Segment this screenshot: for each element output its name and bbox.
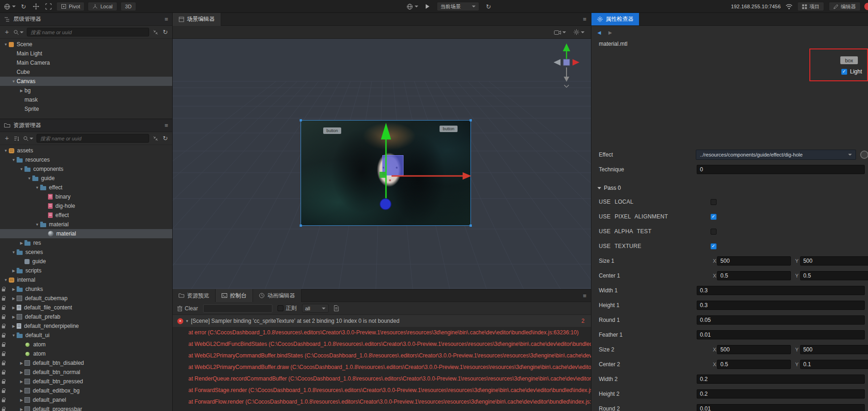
scene-settings-button[interactable] <box>573 28 585 37</box>
property-checkbox[interactable] <box>711 229 717 235</box>
view-mode-button[interactable] <box>554 28 566 37</box>
collapse-arrow-icon[interactable]: ▶ <box>18 389 24 393</box>
light-toggle[interactable]: Light <box>841 68 862 75</box>
expand-arrow-icon[interactable]: ▼ <box>11 158 17 162</box>
expand-arrow-icon[interactable]: ▼ <box>3 42 9 47</box>
expand-arrow-icon[interactable]: ▼ <box>34 223 40 227</box>
collapse-arrow-icon[interactable]: ▶ <box>18 89 24 93</box>
hierarchy-search-input[interactable] <box>27 28 149 36</box>
collapse-arrow-icon[interactable]: ▶ <box>18 380 24 384</box>
property-checkbox[interactable] <box>711 214 717 220</box>
property-checkbox[interactable] <box>711 243 717 249</box>
expand-arrow-icon[interactable]: ▼ <box>3 149 9 153</box>
property-checkbox[interactable] <box>711 199 717 205</box>
tab-asset-preview[interactable]: 资源预览 <box>173 289 216 302</box>
tree-item-main-camera[interactable]: Main Camera <box>0 58 172 67</box>
value-input[interactable] <box>697 404 865 411</box>
box-button[interactable]: box <box>840 56 858 64</box>
tree-item-guide[interactable]: guide <box>0 257 172 266</box>
tree-item-assets[interactable]: ▼assets <box>0 146 172 155</box>
tree-item-sprite[interactable]: Sprite <box>0 104 172 114</box>
transform-gizmo[interactable] <box>173 39 591 289</box>
value-input[interactable] <box>697 389 865 399</box>
tree-item-default-renderpipeline[interactable]: ▶default_renderpipeline <box>0 321 172 331</box>
history-back-button[interactable]: ◀ <box>597 30 601 35</box>
regex-checkbox[interactable] <box>277 305 283 311</box>
collapse-arrow-icon[interactable]: ▶ <box>18 407 24 411</box>
tree-item-default-prefab[interactable]: ▶default_prefab <box>0 312 172 321</box>
console-stack-line[interactable]: at WebGL2CmdFuncBindStates (C:\CocosDash… <box>173 338 591 350</box>
technique-input[interactable] <box>697 165 865 174</box>
tab-console[interactable]: 控制台 <box>216 289 253 302</box>
search-filter-button[interactable] <box>23 136 33 141</box>
tree-item-default-editbox-bg[interactable]: ▶default_editbox_bg <box>0 386 172 395</box>
collapse-all-button[interactable] <box>152 30 159 35</box>
notification-dot[interactable] <box>864 3 868 10</box>
clear-console-button[interactable]: Clear <box>177 305 198 312</box>
tree-item-canvas[interactable]: ▼Canvas <box>0 77 172 86</box>
collapse-arrow-icon[interactable]: ▶ <box>11 296 17 301</box>
refresh-scene-button[interactable]: ↻ <box>484 2 493 11</box>
tab-animation-editor[interactable]: 动画编辑器 <box>253 289 301 302</box>
tree-item-cube[interactable]: Cube <box>0 67 172 77</box>
y-value-input[interactable] <box>800 256 868 266</box>
expand-arrow-icon[interactable]: ▼ <box>11 79 17 84</box>
y-value-input[interactable] <box>800 271 868 280</box>
tree-item-dig-hole[interactable]: dig-hole <box>0 201 172 211</box>
editor-button[interactable]: 编辑器 <box>829 2 861 11</box>
tree-item-bg[interactable]: ▶bg <box>0 86 172 95</box>
collapse-arrow-icon[interactable]: ▶ <box>18 370 24 375</box>
scene-viewport[interactable]: button button <box>173 39 591 289</box>
tree-item-res[interactable]: ▶res <box>0 238 172 248</box>
expand-arrow-icon[interactable]: ▼ <box>18 167 24 171</box>
tree-item-binary[interactable]: binary <box>0 192 172 201</box>
expand-arrow-icon[interactable]: ▼ <box>3 278 9 282</box>
play-button[interactable] <box>423 2 432 11</box>
light-checkbox[interactable] <box>841 69 847 75</box>
console-stack-line[interactable]: at ForwardFlow.render (C:\CocosDashboard… <box>173 396 591 408</box>
x-value-input[interactable] <box>717 256 791 266</box>
create-asset-button[interactable]: + <box>4 134 10 141</box>
pass-section-header[interactable]: Pass 0 <box>597 185 621 191</box>
value-input[interactable] <box>697 301 865 310</box>
collapse-all-button[interactable] <box>152 136 159 141</box>
mode-3d-button[interactable]: 3D <box>121 2 136 11</box>
expand-arrow-icon[interactable]: ▼ <box>11 250 17 254</box>
tree-item-default-progressbar[interactable]: ▶default_progressbar <box>0 405 172 411</box>
tree-item-main-light[interactable]: Main Light <box>0 49 172 58</box>
refresh-assets-button[interactable]: ↻ <box>162 135 169 141</box>
project-button[interactable]: 项目 <box>797 2 824 11</box>
tree-item-scripts[interactable]: ▶scripts <box>0 266 172 275</box>
collapse-arrow-icon[interactable]: ▶ <box>18 241 24 245</box>
tree-item-default-btn-pressed[interactable]: ▶default_btn_pressed <box>0 377 172 386</box>
tree-item-chunks[interactable]: ▶chunks <box>0 284 172 294</box>
tree-item-atom[interactable]: atom <box>0 349 172 358</box>
expand-arrow-icon[interactable]: ▼ <box>26 176 32 181</box>
collapse-arrow-icon[interactable]: ▶ <box>18 398 24 402</box>
tree-item-default-btn-disabled[interactable]: ▶default_btn_disabled <box>0 358 172 368</box>
hamburger-menu-icon[interactable]: ≡ <box>583 16 586 23</box>
tree-item-scenes[interactable]: ▼scenes <box>0 248 172 257</box>
local-button[interactable]: Local <box>88 2 117 11</box>
refresh-tree-button[interactable]: ↻ <box>162 29 169 35</box>
sort-assets-button[interactable] <box>13 136 20 141</box>
pivot-button[interactable]: Pivot <box>56 2 84 11</box>
console-stack-line[interactable]: at ForwardStage.render (C:\CocosDashboar… <box>173 385 591 396</box>
globe-menu-button[interactable] <box>4 2 16 11</box>
effect-extra-icon[interactable] <box>860 151 868 159</box>
value-input[interactable] <box>697 315 865 325</box>
move-tool-button[interactable] <box>31 2 41 11</box>
regex-toggle[interactable]: 正则 <box>277 304 297 312</box>
tree-item-mask[interactable]: mask <box>0 95 172 104</box>
reload-button[interactable]: ↻ <box>19 2 28 11</box>
tree-item-atom[interactable]: atom <box>0 340 172 349</box>
tree-item-default-btn-normal[interactable]: ▶default_btn_normal <box>0 368 172 377</box>
x-value-input[interactable] <box>717 345 791 354</box>
tree-item-effect[interactable]: ▼effect <box>0 183 172 192</box>
collapse-arrow-icon[interactable]: ▶ <box>11 315 17 319</box>
expand-stack-caret-icon[interactable]: ▾ <box>186 319 188 323</box>
console-stack-line[interactable]: at error (C:\CocosDashboard_1.0.8\resour… <box>173 327 591 338</box>
current-scene-select[interactable]: 当前场景 <box>437 2 479 11</box>
tree-item-internal[interactable]: ▼internal <box>0 275 172 284</box>
value-input[interactable] <box>697 286 865 295</box>
